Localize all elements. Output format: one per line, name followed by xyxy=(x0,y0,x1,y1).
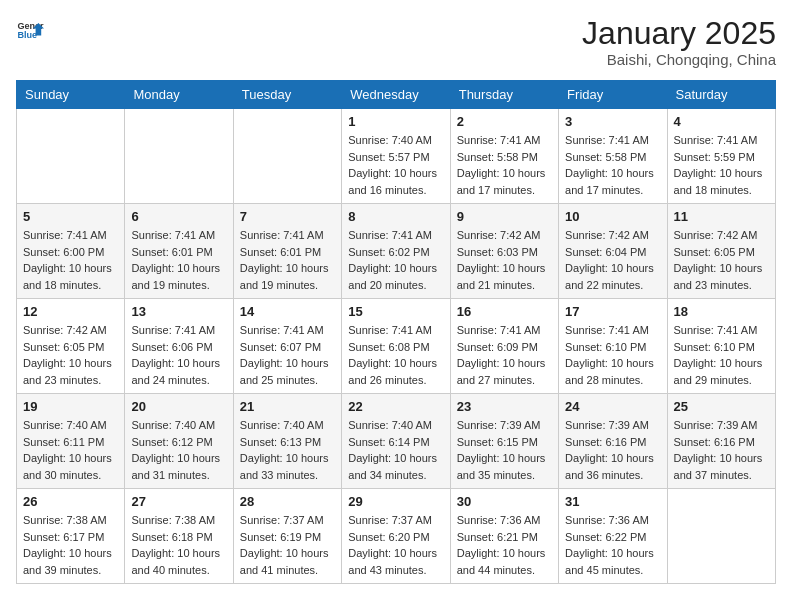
title-block: January 2025 Baishi, Chongqing, China xyxy=(582,16,776,68)
daylight-text: Daylight: 10 hours and 19 minutes. xyxy=(240,262,329,291)
weekday-header-wednesday: Wednesday xyxy=(342,81,450,109)
daylight-text: Daylight: 10 hours and 21 minutes. xyxy=(457,262,546,291)
sunrise-text: Sunrise: 7:39 AM xyxy=(457,419,541,431)
svg-text:Blue: Blue xyxy=(17,30,37,40)
calendar-cell: 22 Sunrise: 7:40 AM Sunset: 6:14 PM Dayl… xyxy=(342,394,450,489)
daylight-text: Daylight: 10 hours and 16 minutes. xyxy=(348,167,437,196)
weekday-header-monday: Monday xyxy=(125,81,233,109)
week-row-3: 12 Sunrise: 7:42 AM Sunset: 6:05 PM Dayl… xyxy=(17,299,776,394)
sunrise-text: Sunrise: 7:41 AM xyxy=(131,324,215,336)
sunset-text: Sunset: 6:16 PM xyxy=(674,436,755,448)
sunrise-text: Sunrise: 7:41 AM xyxy=(674,324,758,336)
day-info: Sunrise: 7:40 AM Sunset: 5:57 PM Dayligh… xyxy=(348,132,443,198)
day-info: Sunrise: 7:39 AM Sunset: 6:16 PM Dayligh… xyxy=(565,417,660,483)
calendar-cell: 28 Sunrise: 7:37 AM Sunset: 6:19 PM Dayl… xyxy=(233,489,341,584)
sunset-text: Sunset: 6:09 PM xyxy=(457,341,538,353)
daylight-text: Daylight: 10 hours and 35 minutes. xyxy=(457,452,546,481)
day-info: Sunrise: 7:36 AM Sunset: 6:21 PM Dayligh… xyxy=(457,512,552,578)
day-info: Sunrise: 7:39 AM Sunset: 6:16 PM Dayligh… xyxy=(674,417,769,483)
day-number: 10 xyxy=(565,209,660,224)
sunset-text: Sunset: 6:07 PM xyxy=(240,341,321,353)
calendar-cell: 4 Sunrise: 7:41 AM Sunset: 5:59 PM Dayli… xyxy=(667,109,775,204)
sunrise-text: Sunrise: 7:41 AM xyxy=(565,134,649,146)
daylight-text: Daylight: 10 hours and 34 minutes. xyxy=(348,452,437,481)
calendar-table: SundayMondayTuesdayWednesdayThursdayFrid… xyxy=(16,80,776,584)
daylight-text: Daylight: 10 hours and 19 minutes. xyxy=(131,262,220,291)
day-number: 29 xyxy=(348,494,443,509)
day-info: Sunrise: 7:40 AM Sunset: 6:14 PM Dayligh… xyxy=(348,417,443,483)
day-info: Sunrise: 7:37 AM Sunset: 6:20 PM Dayligh… xyxy=(348,512,443,578)
calendar-cell: 19 Sunrise: 7:40 AM Sunset: 6:11 PM Dayl… xyxy=(17,394,125,489)
page-header: General Blue January 2025 Baishi, Chongq… xyxy=(16,16,776,68)
sunrise-text: Sunrise: 7:40 AM xyxy=(348,419,432,431)
sunset-text: Sunset: 6:10 PM xyxy=(565,341,646,353)
calendar-cell: 9 Sunrise: 7:42 AM Sunset: 6:03 PM Dayli… xyxy=(450,204,558,299)
sunset-text: Sunset: 6:05 PM xyxy=(674,246,755,258)
day-info: Sunrise: 7:41 AM Sunset: 6:10 PM Dayligh… xyxy=(565,322,660,388)
sunset-text: Sunset: 5:57 PM xyxy=(348,151,429,163)
daylight-text: Daylight: 10 hours and 18 minutes. xyxy=(674,167,763,196)
week-row-4: 19 Sunrise: 7:40 AM Sunset: 6:11 PM Dayl… xyxy=(17,394,776,489)
day-number: 3 xyxy=(565,114,660,129)
sunrise-text: Sunrise: 7:41 AM xyxy=(23,229,107,241)
sunrise-text: Sunrise: 7:37 AM xyxy=(240,514,324,526)
daylight-text: Daylight: 10 hours and 39 minutes. xyxy=(23,547,112,576)
sunset-text: Sunset: 6:01 PM xyxy=(131,246,212,258)
sunset-text: Sunset: 6:05 PM xyxy=(23,341,104,353)
daylight-text: Daylight: 10 hours and 23 minutes. xyxy=(674,262,763,291)
daylight-text: Daylight: 10 hours and 17 minutes. xyxy=(565,167,654,196)
sunrise-text: Sunrise: 7:41 AM xyxy=(348,229,432,241)
calendar-cell: 24 Sunrise: 7:39 AM Sunset: 6:16 PM Dayl… xyxy=(559,394,667,489)
day-number: 15 xyxy=(348,304,443,319)
daylight-text: Daylight: 10 hours and 28 minutes. xyxy=(565,357,654,386)
daylight-text: Daylight: 10 hours and 27 minutes. xyxy=(457,357,546,386)
day-number: 28 xyxy=(240,494,335,509)
day-info: Sunrise: 7:41 AM Sunset: 5:58 PM Dayligh… xyxy=(457,132,552,198)
calendar-cell: 2 Sunrise: 7:41 AM Sunset: 5:58 PM Dayli… xyxy=(450,109,558,204)
sunrise-text: Sunrise: 7:41 AM xyxy=(131,229,215,241)
logo: General Blue xyxy=(16,16,44,44)
calendar-cell xyxy=(667,489,775,584)
sunset-text: Sunset: 6:13 PM xyxy=(240,436,321,448)
day-info: Sunrise: 7:39 AM Sunset: 6:15 PM Dayligh… xyxy=(457,417,552,483)
daylight-text: Daylight: 10 hours and 31 minutes. xyxy=(131,452,220,481)
sunrise-text: Sunrise: 7:40 AM xyxy=(131,419,215,431)
day-info: Sunrise: 7:41 AM Sunset: 6:07 PM Dayligh… xyxy=(240,322,335,388)
sunset-text: Sunset: 6:03 PM xyxy=(457,246,538,258)
daylight-text: Daylight: 10 hours and 30 minutes. xyxy=(23,452,112,481)
day-number: 22 xyxy=(348,399,443,414)
day-number: 8 xyxy=(348,209,443,224)
day-number: 4 xyxy=(674,114,769,129)
day-number: 17 xyxy=(565,304,660,319)
sunset-text: Sunset: 6:06 PM xyxy=(131,341,212,353)
calendar-cell: 16 Sunrise: 7:41 AM Sunset: 6:09 PM Dayl… xyxy=(450,299,558,394)
day-info: Sunrise: 7:41 AM Sunset: 6:01 PM Dayligh… xyxy=(240,227,335,293)
calendar-cell: 18 Sunrise: 7:41 AM Sunset: 6:10 PM Dayl… xyxy=(667,299,775,394)
weekday-header-saturday: Saturday xyxy=(667,81,775,109)
sunset-text: Sunset: 6:01 PM xyxy=(240,246,321,258)
sunset-text: Sunset: 6:00 PM xyxy=(23,246,104,258)
day-number: 27 xyxy=(131,494,226,509)
week-row-2: 5 Sunrise: 7:41 AM Sunset: 6:00 PM Dayli… xyxy=(17,204,776,299)
calendar-cell: 17 Sunrise: 7:41 AM Sunset: 6:10 PM Dayl… xyxy=(559,299,667,394)
day-number: 19 xyxy=(23,399,118,414)
weekday-header-friday: Friday xyxy=(559,81,667,109)
sunset-text: Sunset: 6:04 PM xyxy=(565,246,646,258)
sunrise-text: Sunrise: 7:42 AM xyxy=(565,229,649,241)
sunrise-text: Sunrise: 7:42 AM xyxy=(674,229,758,241)
day-info: Sunrise: 7:37 AM Sunset: 6:19 PM Dayligh… xyxy=(240,512,335,578)
day-info: Sunrise: 7:38 AM Sunset: 6:17 PM Dayligh… xyxy=(23,512,118,578)
daylight-text: Daylight: 10 hours and 20 minutes. xyxy=(348,262,437,291)
daylight-text: Daylight: 10 hours and 33 minutes. xyxy=(240,452,329,481)
calendar-cell xyxy=(233,109,341,204)
daylight-text: Daylight: 10 hours and 24 minutes. xyxy=(131,357,220,386)
sunrise-text: Sunrise: 7:39 AM xyxy=(565,419,649,431)
day-number: 16 xyxy=(457,304,552,319)
calendar-cell: 25 Sunrise: 7:39 AM Sunset: 6:16 PM Dayl… xyxy=(667,394,775,489)
daylight-text: Daylight: 10 hours and 44 minutes. xyxy=(457,547,546,576)
day-info: Sunrise: 7:41 AM Sunset: 6:02 PM Dayligh… xyxy=(348,227,443,293)
weekday-header-row: SundayMondayTuesdayWednesdayThursdayFrid… xyxy=(17,81,776,109)
day-number: 12 xyxy=(23,304,118,319)
daylight-text: Daylight: 10 hours and 26 minutes. xyxy=(348,357,437,386)
logo-icon: General Blue xyxy=(16,16,44,44)
